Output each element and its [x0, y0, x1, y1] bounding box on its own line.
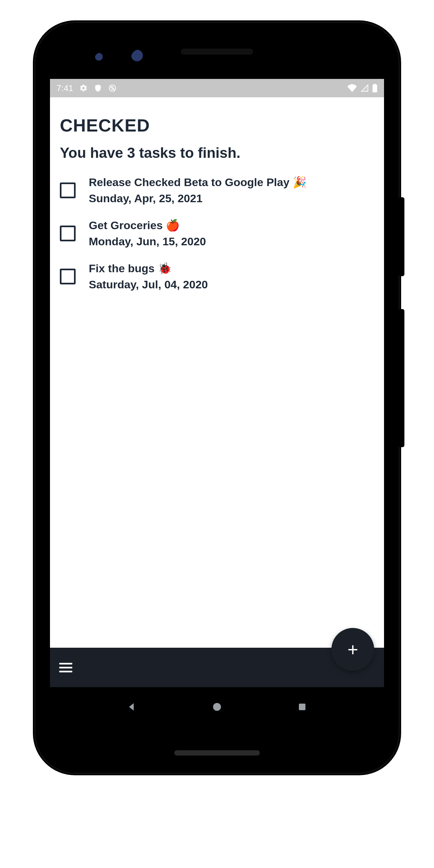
cell-signal-icon	[360, 84, 369, 92]
task-checkbox[interactable]	[60, 183, 75, 198]
shield-icon	[94, 84, 102, 92]
plus-icon: +	[347, 639, 359, 660]
phone-speaker-top	[181, 49, 253, 55]
nav-back-button[interactable]	[124, 699, 140, 715]
app-title: CHECKED	[60, 115, 374, 135]
status-bar: 7:41	[50, 79, 384, 97]
phone-camera-2	[131, 49, 149, 67]
task-text: Get Groceries 🍎Monday, Jun, 15, 2020	[89, 219, 206, 248]
task-date: Saturday, Jul, 04, 2020	[89, 278, 208, 291]
phone-volume-button	[399, 309, 404, 447]
task-title: Release Checked Beta to Google Play 🎉	[89, 176, 306, 189]
task-text: Fix the bugs 🐞Saturday, Jul, 04, 2020	[89, 262, 208, 291]
phone-power-button	[399, 197, 404, 276]
task-row[interactable]: Release Checked Beta to Google Play 🎉Sun…	[60, 176, 374, 205]
battery-icon	[372, 84, 377, 92]
task-title: Fix the bugs 🐞	[89, 262, 208, 275]
app-root: CHECKED You have 3 tasks to finish. Rele…	[50, 97, 384, 687]
task-list: Release Checked Beta to Google Play 🎉Sun…	[60, 176, 374, 291]
svg-point-3	[213, 703, 221, 711]
gear-icon	[79, 84, 88, 92]
svg-rect-4	[299, 704, 305, 710]
task-row[interactable]: Fix the bugs 🐞Saturday, Jul, 04, 2020	[60, 262, 374, 291]
add-task-fab[interactable]: +	[332, 628, 374, 671]
task-date: Monday, Jun, 15, 2020	[89, 235, 206, 248]
task-title: Get Groceries 🍎	[89, 219, 206, 232]
menu-icon[interactable]	[59, 663, 72, 672]
android-nav-bar	[50, 687, 384, 726]
phone-camera-1	[95, 53, 106, 64]
tasks-remaining-subtitle: You have 3 tasks to finish.	[60, 145, 374, 161]
svg-rect-1	[373, 85, 377, 92]
task-date: Sunday, Apr, 25, 2021	[89, 192, 306, 205]
task-row[interactable]: Get Groceries 🍎Monday, Jun, 15, 2020	[60, 219, 374, 248]
bottom-app-bar: +	[50, 648, 384, 687]
nav-recents-button[interactable]	[294, 699, 310, 715]
no-sync-icon	[108, 84, 117, 92]
nav-home-button[interactable]	[209, 699, 225, 715]
statusbar-time: 7:41	[57, 83, 73, 93]
task-checkbox[interactable]	[60, 225, 75, 241]
device-screen: 7:41	[50, 79, 384, 726]
svg-rect-2	[373, 84, 376, 85]
task-checkbox[interactable]	[60, 269, 75, 284]
phone-frame: 7:41	[35, 23, 399, 773]
phone-speaker-bottom	[174, 750, 260, 755]
task-text: Release Checked Beta to Google Play 🎉Sun…	[89, 176, 306, 205]
wifi-icon	[347, 84, 357, 92]
